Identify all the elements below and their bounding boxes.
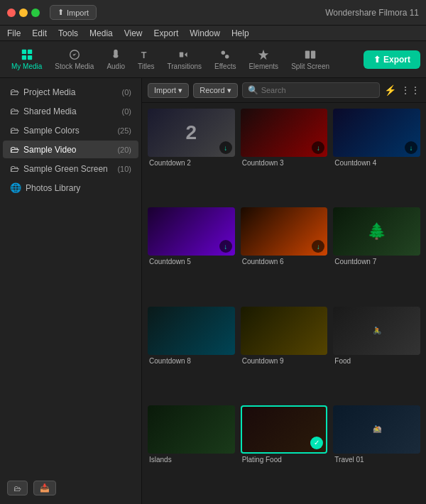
media-label-plating: Plating Food	[241, 456, 328, 464]
titles-icon: T	[140, 48, 153, 61]
media-label-countdown5: Countdown 5	[148, 258, 235, 265]
media-item-countdown5[interactable]: ↓ Countdown 5	[148, 207, 235, 300]
tab-elements-label: Elements	[248, 62, 278, 70]
photos-icon: 🌐	[10, 182, 21, 193]
app-title: Wondershare Filmora 11	[325, 8, 419, 18]
folder-icon-2: 🗁	[10, 106, 19, 116]
tab-effects[interactable]: Effects	[209, 45, 241, 73]
elements-icon	[257, 48, 270, 61]
tab-audio-label: Audio	[106, 62, 125, 70]
import-button[interactable]: ⬆ Import	[50, 5, 97, 20]
traffic-lights	[7, 9, 40, 17]
media-item-travel[interactable]: 🚵 Travel 01	[333, 405, 420, 498]
my-media-icon	[21, 48, 33, 61]
media-thumb-countdown4: ↓	[333, 109, 420, 157]
media-thumb-plating: ✓	[241, 405, 328, 454]
maximize-button[interactable]	[31, 9, 40, 17]
media-item-countdown3[interactable]: ↓ Countdown 3	[241, 109, 328, 202]
tab-transitions-label: Transitions	[168, 62, 202, 70]
sidebar-item-sample-video[interactable]: 🗁 Sample Video (20)	[3, 141, 138, 158]
import-dropdown-button[interactable]: Import ▾	[148, 83, 189, 98]
media-label-countdown9: Countdown 9	[241, 357, 328, 365]
minimize-button[interactable]	[19, 9, 28, 17]
stock-media-icon	[68, 48, 81, 61]
svg-rect-1	[28, 50, 32, 54]
media-grid: 2 ↓ Countdown 2 ↓ Countdown 3 ↓ Countdow…	[142, 103, 426, 504]
tab-titles[interactable]: T Titles	[132, 45, 160, 73]
sidebar: 🗁 Project Media (0) 🗁 Shared Media (0) 🗁…	[0, 78, 142, 504]
tab-split-screen-label: Split Screen	[291, 62, 329, 70]
tab-stock-media-label: Stock Media	[55, 62, 94, 70]
search-input[interactable]	[261, 86, 374, 94]
tab-my-media[interactable]: My Media	[6, 45, 48, 73]
sidebar-item-project-media[interactable]: 🗁 Project Media (0)	[3, 83, 138, 101]
sidebar-item-shared-media-label: Shared Media	[23, 106, 77, 116]
export-label: Export	[383, 55, 410, 65]
sidebar-item-project-media-count: (0)	[122, 88, 131, 97]
folder-icon-4: 🗁	[10, 144, 19, 155]
menu-help[interactable]: Help	[231, 28, 249, 38]
media-item-food[interactable]: 🚴 Food	[333, 307, 420, 400]
menubar: File Edit Tools Media View Export Window…	[0, 26, 426, 41]
download-badge-countdown5: ↓	[219, 240, 232, 253]
media-thumb-countdown7: 🌲	[333, 207, 420, 256]
menu-tools[interactable]: Tools	[58, 28, 78, 38]
record-dropdown-button[interactable]: Record ▾	[193, 83, 237, 98]
media-thumb-countdown6: ↓	[241, 207, 328, 256]
record-btn-label: Record	[200, 86, 224, 94]
svg-rect-3	[28, 55, 32, 60]
effects-icon	[219, 48, 231, 61]
media-item-islands[interactable]: Islands	[148, 405, 235, 498]
tab-split-screen[interactable]: Split Screen	[285, 45, 335, 73]
media-item-countdown6[interactable]: ↓ Countdown 6	[241, 207, 328, 300]
media-label-islands: Islands	[148, 456, 235, 464]
sidebar-item-shared-media-count: (0)	[122, 107, 131, 116]
split-screen-icon	[304, 48, 317, 61]
media-thumb-countdown3: ↓	[241, 109, 328, 157]
filter-button[interactable]: ⚡	[384, 84, 396, 96]
menu-export[interactable]: Export	[154, 28, 179, 38]
media-thumb-countdown2: 2 ↓	[148, 109, 235, 157]
new-folder-button[interactable]: 🗁	[7, 481, 28, 495]
svg-point-7	[222, 51, 225, 55]
media-thumb-travel: 🚵	[333, 405, 420, 454]
media-item-countdown7[interactable]: 🌲 Countdown 7	[333, 207, 420, 300]
svg-text:T: T	[141, 50, 147, 60]
check-badge-plating: ✓	[310, 437, 323, 449]
new-bin-button[interactable]: 📥	[33, 481, 56, 495]
tab-stock-media[interactable]: Stock Media	[49, 45, 99, 73]
menu-file[interactable]: File	[7, 28, 21, 38]
svg-point-8	[225, 55, 229, 58]
menu-edit[interactable]: Edit	[32, 28, 47, 38]
sidebar-item-sample-green[interactable]: 🗁 Sample Green Screen (10)	[3, 160, 138, 177]
sidebar-item-photos-library[interactable]: 🌐 Photos Library	[3, 179, 138, 197]
media-item-countdown8[interactable]: Countdown 8	[148, 307, 235, 400]
sidebar-item-shared-media[interactable]: 🗁 Shared Media (0)	[3, 102, 138, 120]
export-button[interactable]: ⬆ Export	[364, 50, 420, 69]
media-label-countdown3: Countdown 3	[241, 159, 328, 167]
media-thumb-islands	[148, 405, 235, 454]
grid-view-button[interactable]: ⋮⋮	[400, 84, 420, 96]
sidebar-item-sample-colors-label: Sample Colors	[23, 126, 80, 136]
sidebar-item-sample-video-count: (20)	[117, 146, 131, 154]
media-label-countdown4: Countdown 4	[333, 159, 420, 167]
menu-window[interactable]: Window	[190, 28, 220, 38]
tab-elements[interactable]: Elements	[243, 45, 284, 73]
import-icon: ⬆	[58, 8, 64, 17]
titlebar: ⬆ Import Wondershare Filmora 11	[0, 0, 426, 26]
media-item-plating[interactable]: ✓ Plating Food	[241, 405, 328, 498]
close-button[interactable]	[7, 9, 16, 17]
sidebar-item-sample-colors-count: (25)	[117, 126, 131, 135]
menu-media[interactable]: Media	[89, 28, 113, 38]
svg-rect-0	[21, 50, 26, 54]
sidebar-item-sample-colors[interactable]: 🗁 Sample Colors (25)	[3, 121, 138, 139]
export-icon: ⬆	[373, 55, 381, 65]
media-item-countdown2[interactable]: 2 ↓ Countdown 2	[148, 109, 235, 202]
menu-view[interactable]: View	[124, 28, 143, 38]
tab-audio[interactable]: Audio	[101, 45, 131, 73]
media-item-countdown4[interactable]: ↓ Countdown 4	[333, 109, 420, 202]
media-item-countdown9[interactable]: Countdown 9	[241, 307, 328, 400]
sidebar-item-sample-video-label: Sample Video	[23, 145, 77, 155]
svg-rect-10	[311, 51, 315, 59]
tab-transitions[interactable]: Transitions	[162, 45, 208, 73]
